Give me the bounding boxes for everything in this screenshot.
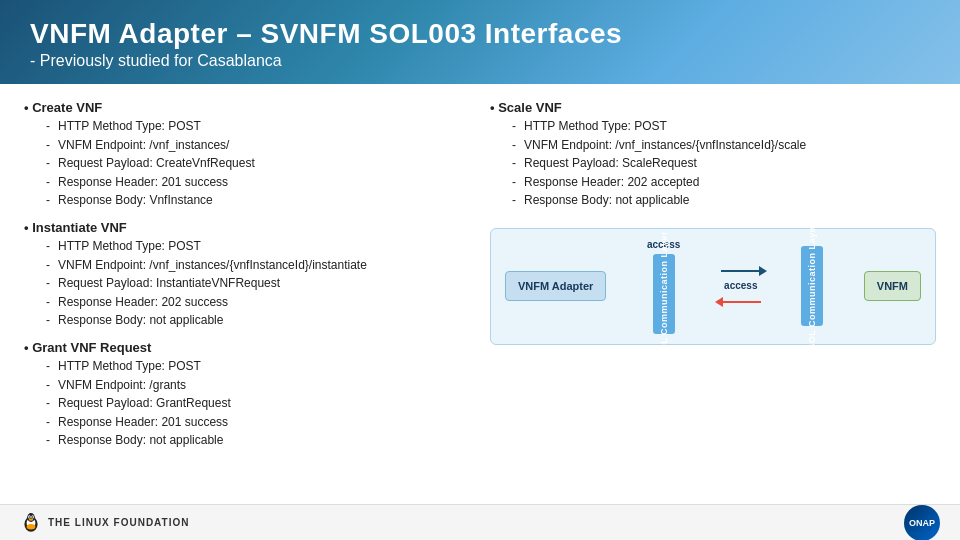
onap-circle: ONAP [904,505,940,541]
instantiate-vnf-title: Instantiate VNF [24,220,470,235]
arrow-left [721,301,761,303]
access-bottom-label: access [724,280,757,291]
list-item: VNFM Endpoint: /vnf_instances/{vnfInstan… [46,256,470,275]
footer-left: THE LINUX FOUNDATION [20,512,189,534]
sol-layer-text: SOL Communication Layer [659,231,669,358]
sol-bar-right: SOL Communication Layer [801,246,823,326]
section-create-vnf: Create VNF HTTP Method Type: POST VNFM E… [24,100,470,210]
sol-layer-right: SOL Communication Layer [801,246,823,326]
footer-right: ONAP [904,505,940,541]
list-item: HTTP Method Type: POST [512,117,936,136]
footer: THE LINUX FOUNDATION ONAP [0,504,960,540]
svg-point-8 [27,524,36,530]
left-column: Create VNF HTTP Method Type: POST VNFM E… [24,100,470,504]
list-item: VNFM Endpoint: /grants [46,376,470,395]
header-title: VNFM Adapter – SVNFM SOL003 Interfaces [30,18,930,50]
list-item: HTTP Method Type: POST [46,117,470,136]
list-item: HTTP Method Type: POST [46,357,470,376]
list-item: Request Payload: InstantiateVNFRequest [46,274,470,293]
create-vnf-list: HTTP Method Type: POST VNFM Endpoint: /v… [24,117,470,210]
grant-vnf-title: Grant VNF Request [24,340,470,355]
list-item: HTTP Method Type: POST [46,237,470,256]
sol-layer-left: access SOL Communication Layer [647,239,680,334]
arrows-area: access [721,270,761,303]
list-item: Response Header: 202 success [46,293,470,312]
list-item: Response Body: not applicable [46,431,470,450]
list-item: Response Header: 201 success [46,413,470,432]
right-column: Scale VNF HTTP Method Type: POST VNFM En… [490,100,936,504]
sol-layer-text-right: SOL Communication Layer [807,223,817,350]
sol-bar-left: SOL Communication Layer [653,254,675,334]
vnfm-block: VNFM [864,271,921,301]
list-item: VNFM Endpoint: /vnf_instances/{vnfInstan… [512,136,936,155]
instantiate-vnf-list: HTTP Method Type: POST VNFM Endpoint: /v… [24,237,470,330]
linux-foundation-text: THE LINUX FOUNDATION [48,517,189,528]
svg-point-7 [29,518,33,520]
section-instantiate-vnf: Instantiate VNF HTTP Method Type: POST V… [24,220,470,330]
list-item: Response Body: not applicable [512,191,936,210]
vnfm-adapter-block: VNFM Adapter [505,271,606,301]
list-item: Response Body: not applicable [46,311,470,330]
scale-vnf-title: Scale VNF [490,100,936,115]
svg-point-5 [29,516,31,518]
arrow-right [721,270,761,272]
scale-vnf-list: HTTP Method Type: POST VNFM Endpoint: /v… [490,117,936,210]
list-item: VNFM Endpoint: /vnf_instances/ [46,136,470,155]
svg-point-6 [32,516,34,518]
grant-vnf-list: HTTP Method Type: POST VNFM Endpoint: /g… [24,357,470,450]
header: VNFM Adapter – SVNFM SOL003 Interfaces -… [0,0,960,84]
section-scale-vnf: Scale VNF HTTP Method Type: POST VNFM En… [490,100,936,210]
create-vnf-title: Create VNF [24,100,470,115]
tux-icon [20,512,42,534]
list-item: Response Body: VnfInstance [46,191,470,210]
list-item: Response Header: 201 success [46,173,470,192]
list-item: Request Payload: ScaleRequest [512,154,936,173]
list-item: Request Payload: CreateVnfRequest [46,154,470,173]
list-item: Response Header: 202 accepted [512,173,936,192]
header-subtitle: - Previously studied for Casablanca [30,52,930,70]
list-item: Request Payload: GrantRequest [46,394,470,413]
diagram: VNFM Adapter access SOL Communication La… [490,228,936,345]
section-grant-vnf: Grant VNF Request HTTP Method Type: POST… [24,340,470,450]
